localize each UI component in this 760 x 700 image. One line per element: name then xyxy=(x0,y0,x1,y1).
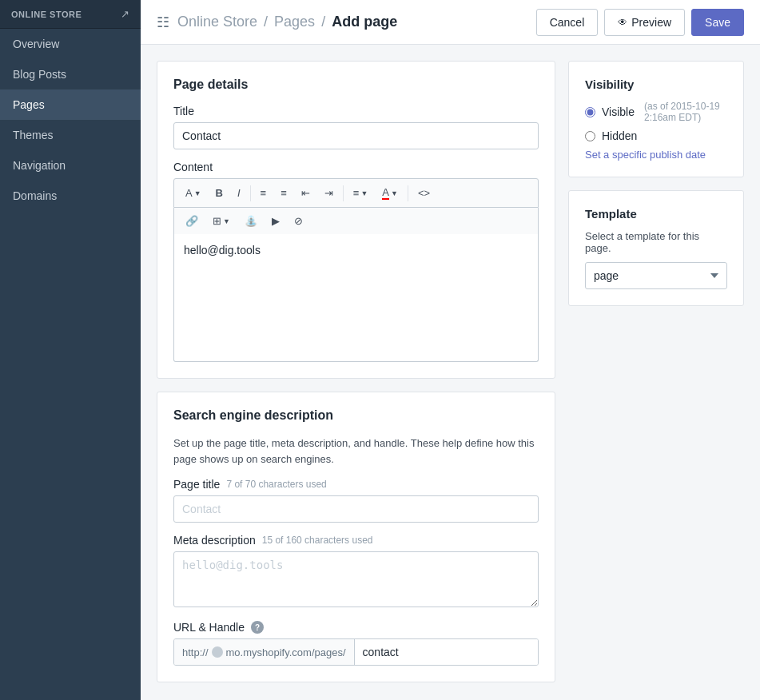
sidebar-item-label: Navigation xyxy=(13,159,66,172)
preview-icon: 👁 xyxy=(618,17,627,28)
video-icon: ▶ xyxy=(272,215,280,227)
url-handle-input[interactable] xyxy=(355,639,538,665)
meta-desc-input[interactable] xyxy=(173,551,539,607)
text-color-dropdown-btn[interactable]: A ▼ xyxy=(376,182,404,204)
url-handle-wrap: http:// mo.myshopify.com/pages/ xyxy=(173,638,539,666)
topbar-actions: Cancel 👁 Preview Save xyxy=(536,9,744,36)
sidebar-nav: Overview Blog Posts Pages Themes Navigat… xyxy=(0,29,141,211)
content-field: Content A ▼ B I ≡ ≡ ⇤ ⇥ xyxy=(173,161,539,362)
table-icon: ⊞ xyxy=(213,215,221,227)
sidebar-header: ONLINE STORE ↗ xyxy=(0,0,141,29)
save-button[interactable]: Save xyxy=(691,9,744,36)
editor-toolbar-row1: A ▼ B I ≡ ≡ ⇤ ⇥ ≡ ▼ xyxy=(173,178,539,208)
hidden-option[interactable]: Hidden xyxy=(585,129,727,142)
toolbar-separator xyxy=(250,185,251,201)
page-icon: ☷ xyxy=(157,14,169,31)
align-dropdown-btn[interactable]: ≡ ▼ xyxy=(347,183,375,203)
template-select[interactable]: page contact about faq xyxy=(585,262,727,289)
sidebar-item-label: Pages xyxy=(13,98,45,111)
visible-note: (as of 2015-10-19 2:16am EDT) xyxy=(644,101,727,123)
seo-description: Set up the page title, meta description,… xyxy=(173,436,539,467)
sidebar-item-pages[interactable]: Pages xyxy=(0,89,141,120)
meta-desc-field: Meta description 15 of 160 characters us… xyxy=(173,534,539,610)
sidebar-item-themes[interactable]: Themes xyxy=(0,120,141,150)
link-icon: 🔗 xyxy=(185,215,198,227)
italic-icon: I xyxy=(237,187,241,199)
sidebar-item-label: Domains xyxy=(13,189,57,202)
sidebar-item-label: Themes xyxy=(13,129,54,141)
right-sidebar: Visibility Visible (as of 2015-10-19 2:1… xyxy=(568,61,744,684)
indent-btn[interactable]: ⇥ xyxy=(318,183,340,203)
visibility-card-title: Visibility xyxy=(585,78,727,91)
hidden-radio[interactable] xyxy=(585,131,595,141)
content-label: Content xyxy=(173,161,539,173)
meta-desc-label: Meta description 15 of 160 characters us… xyxy=(173,534,539,547)
topbar: ☷ Online Store / Pages / Add page Cancel… xyxy=(141,0,760,45)
toolbar-separator2 xyxy=(343,185,344,201)
table-btn[interactable]: ⊞ ▼ xyxy=(206,211,237,231)
font-icon: A xyxy=(185,187,193,199)
content-area: Page details Title Content A ▼ B I xyxy=(141,45,760,700)
page-details-title: Page details xyxy=(173,78,539,92)
editor-toolbar-row2: 🔗 ⊞ ▼ ⛲ ▶ ⊘ xyxy=(173,208,539,234)
unordered-list-btn[interactable]: ≡ xyxy=(254,183,273,203)
clear-format-btn[interactable]: ⊘ xyxy=(288,211,309,231)
seo-page-title-input[interactable] xyxy=(173,495,539,523)
sidebar-store-name: ONLINE STORE xyxy=(11,10,82,19)
indent-icon: ⇥ xyxy=(324,187,333,199)
title-label: Title xyxy=(173,105,539,117)
sidebar: ONLINE STORE ↗ Overview Blog Posts Pages… xyxy=(0,0,141,700)
outdent-icon: ⇤ xyxy=(301,187,310,199)
video-btn[interactable]: ▶ xyxy=(265,211,286,231)
url-handle-label: URL & Handle ? xyxy=(173,621,539,634)
meta-desc-char-count: 15 of 160 characters used xyxy=(262,535,373,546)
main-area: ☷ Online Store / Pages / Add page Cancel… xyxy=(141,0,760,700)
italic-btn[interactable]: I xyxy=(231,183,247,203)
outdent-btn[interactable]: ⇤ xyxy=(295,183,316,203)
visible-option[interactable]: Visible (as of 2015-10-19 2:16am EDT) xyxy=(585,101,727,123)
seo-card-title: Search engine description xyxy=(173,408,539,423)
seo-page-title-label: Page title 7 of 70 characters used xyxy=(173,478,539,491)
visibility-radio-group: Visible (as of 2015-10-19 2:16am EDT) Hi… xyxy=(585,101,727,142)
page-title-char-count: 7 of 70 characters used xyxy=(226,479,326,490)
font-dropdown-btn[interactable]: A ▼ xyxy=(179,183,208,203)
sidebar-item-domains[interactable]: Domains xyxy=(0,181,141,211)
breadcrumb-sep2: / xyxy=(321,14,325,30)
template-card: Template Select a template for this page… xyxy=(568,190,744,306)
title-input[interactable] xyxy=(173,122,539,149)
sidebar-item-label: Blog Posts xyxy=(13,68,66,81)
sidebar-item-overview[interactable]: Overview xyxy=(0,29,141,59)
link-btn[interactable]: 🔗 xyxy=(179,211,205,231)
ul-icon: ≡ xyxy=(261,187,267,199)
source-code-btn[interactable]: <> xyxy=(412,183,436,203)
visibility-card: Visibility Visible (as of 2015-10-19 2:1… xyxy=(568,61,744,177)
chevron-down-icon4: ▼ xyxy=(223,217,230,225)
content-editor[interactable]: hello@dig.tools xyxy=(173,234,539,362)
bold-btn[interactable]: B xyxy=(209,183,229,203)
ol-icon: ≡ xyxy=(281,187,287,199)
breadcrumb-part3: Add page xyxy=(332,14,397,30)
url-prefix: http:// mo.myshopify.com/pages/ xyxy=(174,639,355,665)
sidebar-item-blog-posts[interactable]: Blog Posts xyxy=(0,59,141,89)
preview-button[interactable]: 👁 Preview xyxy=(604,9,685,36)
url-domain-avatar xyxy=(212,646,223,658)
sidebar-item-navigation[interactable]: Navigation xyxy=(0,150,141,181)
help-icon[interactable]: ? xyxy=(251,621,264,634)
text-color-icon: A xyxy=(382,186,389,200)
breadcrumb: Online Store / Pages / Add page xyxy=(177,14,397,30)
breadcrumb-sep1: / xyxy=(264,14,268,30)
external-link-icon[interactable]: ↗ xyxy=(121,8,129,20)
cancel-button[interactable]: Cancel xyxy=(536,9,599,36)
publish-date-link[interactable]: Set a specific publish date xyxy=(585,149,706,161)
toolbar-separator3 xyxy=(408,185,408,201)
visible-radio[interactable] xyxy=(585,107,595,117)
page-details-card: Page details Title Content A ▼ B I xyxy=(157,61,555,379)
template-desc: Select a template for this page. xyxy=(585,230,727,254)
main-column: Page details Title Content A ▼ B I xyxy=(157,61,555,684)
breadcrumb-part1: Online Store xyxy=(177,14,257,30)
ordered-list-btn[interactable]: ≡ xyxy=(274,183,293,203)
image-btn[interactable]: ⛲ xyxy=(238,211,264,231)
sidebar-item-label: Overview xyxy=(13,38,59,50)
seo-page-title-field: Page title 7 of 70 characters used xyxy=(173,478,539,523)
image-icon: ⛲ xyxy=(245,215,257,227)
